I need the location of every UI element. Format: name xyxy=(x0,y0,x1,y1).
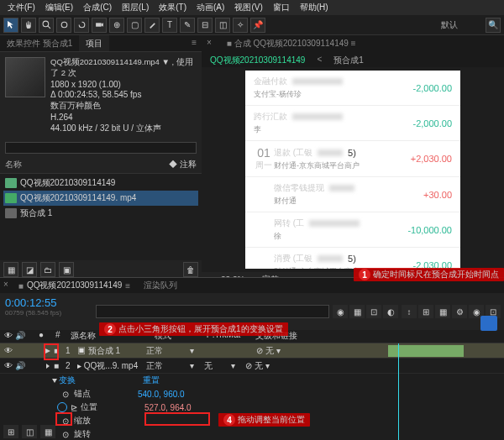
source-dur: Δ 0:00:24:53, 58.545 fps xyxy=(50,90,197,99)
tl-icon[interactable]: ⊞ xyxy=(418,305,433,318)
search-icon[interactable]: 🔍 xyxy=(486,18,501,33)
workspace-default[interactable]: 默认 xyxy=(441,19,458,31)
svg-point-2 xyxy=(61,22,67,28)
prop-rotation[interactable]: ⊙ 旋转 xyxy=(0,427,504,440)
item-label: QQ视频20210309114149. mp4 xyxy=(20,192,136,204)
preview-content: 金融付款支付宝-杨传珍-2,000.00 跨行汇款李-2,000.00 01周一… xyxy=(245,71,460,269)
orbit-tool[interactable] xyxy=(56,18,71,33)
project-search[interactable] xyxy=(5,142,197,154)
menu-view[interactable]: 视图(V) xyxy=(230,2,266,13)
menu-anim[interactable]: 动画(A) xyxy=(192,2,228,13)
col-name[interactable]: 名称 xyxy=(5,159,169,170)
eraser-tool[interactable]: ◫ xyxy=(215,18,230,33)
roto-tool[interactable]: ✧ xyxy=(233,18,248,33)
rotate-tool[interactable] xyxy=(74,18,89,33)
source-thumbnail xyxy=(5,57,45,97)
left-tabs: 效果控件 预合成1 项目 ≡ xyxy=(0,35,202,52)
menu-file[interactable]: 文件(F) xyxy=(3,2,39,13)
layer-row-2[interactable]: 👁🔊 ■ 2 ▸ QQ视...9. mp4 正常▾ 无▾ ⊘ 无 ▾ xyxy=(0,359,504,374)
toolbar: ⊕ ▢ T ✎ ⊟ ◫ ✧ 📌 默认 🔍 xyxy=(0,15,504,35)
tl-footer-btn[interactable]: ⊞ xyxy=(3,425,18,438)
tab-effect-controls[interactable]: 效果控件 预合成1 xyxy=(0,35,79,51)
transform-row[interactable]: 变换 重置 xyxy=(0,374,504,387)
timeline-panel: × ■ QQ视频20210309114149 ≡ 渲染队列 0:00:12:55… xyxy=(0,277,504,440)
layer-search[interactable] xyxy=(96,305,329,318)
speaker-icon[interactable]: 🔊 xyxy=(15,330,25,340)
project-item-precomp[interactable]: 预合成 1 xyxy=(3,206,198,221)
hand-tool[interactable] xyxy=(21,18,36,33)
menu-window[interactable]: 窗口 xyxy=(269,2,294,13)
source-audio: 44.100 kHz / 32 bit U / 立体声 xyxy=(50,123,197,134)
pen-tool[interactable] xyxy=(144,18,160,33)
tl-icon[interactable]: ▦ xyxy=(435,305,450,318)
annotation-2: 2点击小三角形按钮，展开预合成1的变换设置 xyxy=(99,322,288,336)
project-footer: ▦ ◪ 🗀 ▣ 🗑 xyxy=(0,260,202,277)
bin-icon[interactable]: ▦ xyxy=(3,262,18,277)
item-label: 预合成 1 xyxy=(20,207,52,219)
stamp-tool[interactable]: ⊟ xyxy=(197,18,213,33)
current-time[interactable]: 0:00:12:55 00759 (58.545 fps) xyxy=(0,293,92,330)
new-comp-icon[interactable]: ▣ xyxy=(59,262,74,277)
menu-help[interactable]: 帮助(H) xyxy=(296,2,333,13)
tab-comp[interactable]: ■ 合成 QQ视频20210309114149 ≡ xyxy=(218,35,365,52)
time-indicator[interactable] xyxy=(398,343,399,440)
shape-tool[interactable]: ▢ xyxy=(127,18,142,33)
source-res: 1080 x 1920 (1.00) xyxy=(50,80,197,89)
project-panel: 效果控件 预合成1 项目 ≡ QQ视频20210309114149.mp4 ▼ … xyxy=(0,35,202,277)
tl-tab-render[interactable]: 渲染队列 xyxy=(137,278,184,293)
tab-project[interactable]: 项目 xyxy=(79,35,109,51)
menu-layer[interactable]: 图层(L) xyxy=(118,2,153,13)
project-item-comp[interactable]: QQ视频20210309114149 xyxy=(3,175,198,191)
source-info: QQ视频20210309114149.mp4 ▼ , 使用了 2 次 1080 … xyxy=(0,52,202,139)
snapshot-button[interactable] xyxy=(480,316,497,331)
tl-footer-btn[interactable]: ▦ xyxy=(40,425,55,438)
comp-icon xyxy=(5,208,17,218)
timeline-layers: 👁 ■ 1 ▣ 预合成 1 正常▾ ⊘ 无 ▾ 👁🔊 ■ 2 ▸ QQ视...9… xyxy=(0,343,504,440)
tl-icon[interactable]: ↕ xyxy=(402,305,417,318)
tl-icon[interactable]: ▦ xyxy=(349,305,365,318)
new-folder-icon[interactable]: 🗀 xyxy=(40,262,55,277)
stopwatch-icon[interactable] xyxy=(57,402,67,412)
timeline-footer: ⊞ ◫ ▦ xyxy=(3,425,55,438)
viewer-tabs: × ■ 合成 QQ视频20210309114149 ≡ xyxy=(202,35,504,52)
project-tree: QQ视频20210309114149 QQ视频20210309114149. m… xyxy=(0,174,202,260)
twirl-icon[interactable] xyxy=(44,347,52,355)
text-tool[interactable]: T xyxy=(162,18,177,33)
project-search-row xyxy=(0,139,202,156)
prop-position[interactable]: ⊵ 位置 527.0, 964.0 xyxy=(0,401,504,414)
menu-comp[interactable]: 合成(C) xyxy=(79,2,116,13)
tl-footer-btn[interactable]: ◫ xyxy=(22,425,37,438)
project-columns: 名称 ◆ 注释 xyxy=(0,156,202,174)
menu-effect[interactable]: 效果(T) xyxy=(155,2,191,13)
tl-icon[interactable]: ◐ xyxy=(383,305,398,318)
anchor-tool[interactable]: ⊕ xyxy=(109,18,124,33)
menu-edit[interactable]: 编辑(E) xyxy=(41,2,77,13)
depth-icon[interactable]: ◪ xyxy=(22,262,37,277)
item-label: QQ视频20210309114149 xyxy=(20,177,115,189)
menubar: 文件(F) 编辑(E) 合成(C) 图层(L) 效果(T) 动画(A) 视图(V… xyxy=(0,0,504,15)
breadcrumb-main[interactable]: QQ视频20210309114149 xyxy=(202,52,313,67)
prop-anchor[interactable]: ⊙ 锚点 540.0, 960.0 xyxy=(0,387,504,401)
tl-icon[interactable]: ◉ xyxy=(333,305,348,318)
brush-tool[interactable]: ✎ xyxy=(180,18,195,33)
camera-tool[interactable] xyxy=(92,18,107,33)
puppet-tool[interactable]: 📌 xyxy=(250,18,265,33)
breadcrumb-precomp[interactable]: 预合成1 xyxy=(325,52,372,67)
trash-icon[interactable]: 🗑 xyxy=(183,262,198,277)
layer-row-1[interactable]: 👁 ■ 1 ▣ 预合成 1 正常▾ ⊘ 无 ▾ xyxy=(0,343,504,359)
main-area: 效果控件 预合成1 项目 ≡ QQ视频20210309114149.mp4 ▼ … xyxy=(0,35,504,277)
layer-bar[interactable] xyxy=(388,345,464,357)
zoom-tool[interactable] xyxy=(39,18,54,33)
comp-icon xyxy=(5,178,17,188)
project-item-footage[interactable]: QQ视频20210309114149. mp4 xyxy=(3,191,198,206)
tl-icon[interactable]: ⚙ xyxy=(452,305,467,318)
svg-rect-3 xyxy=(96,23,102,26)
source-name: QQ视频20210309114149.mp4 ▼ , 使用了 2 次 xyxy=(50,57,197,79)
footage-icon xyxy=(5,193,17,203)
tl-icon[interactable]: ⊡ xyxy=(366,305,381,318)
col-comment[interactable]: ◆ 注释 xyxy=(169,159,197,170)
tl-tab-comp[interactable]: ■ QQ视频20210309114149 ≡ xyxy=(12,278,137,293)
eye-icon[interactable]: 👁 xyxy=(3,330,13,340)
selection-tool[interactable] xyxy=(3,18,18,33)
composition-viewer[interactable]: 金融付款支付宝-杨传珍-2,000.00 跨行汇款李-2,000.00 01周一… xyxy=(202,67,504,272)
